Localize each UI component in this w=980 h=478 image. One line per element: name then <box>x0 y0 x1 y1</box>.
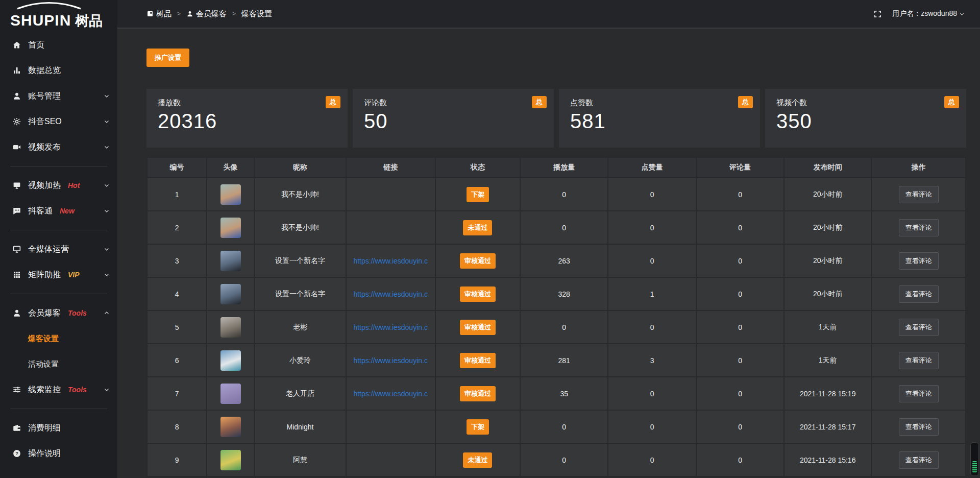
cell-likes: 0 <box>608 211 696 244</box>
breadcrumb-item[interactable]: 树品 <box>146 9 172 19</box>
sidebar-nav: 首页数据总览账号管理抖音SEO视频发布视频加热Hot抖客通New全媒体运营矩阵助… <box>0 32 117 466</box>
cell-status: 审核通过 <box>435 310 521 344</box>
cell-action: 查看评论 <box>871 244 966 277</box>
cell-avatar <box>207 410 254 443</box>
avatar <box>220 251 241 271</box>
sidebar-item-matrix-boost[interactable]: 矩阵助推VIP <box>0 262 117 288</box>
cell-comments: 0 <box>696 377 784 410</box>
chevron-down-icon <box>104 208 110 214</box>
view-comments-button[interactable]: 查看评论 <box>899 385 939 402</box>
scrollbar-thumb[interactable] <box>972 461 977 472</box>
cell-comments: 0 <box>696 178 784 211</box>
view-comments-button[interactable]: 查看评论 <box>899 352 939 369</box>
status-badge[interactable]: 下架 <box>467 419 489 435</box>
cell-action: 查看评论 <box>871 410 966 443</box>
view-comments-button[interactable]: 查看评论 <box>899 451 939 469</box>
sidebar-item-label: 线索监控 <box>28 385 61 395</box>
sidebar-item-label: 矩阵助推 <box>28 270 61 280</box>
stat-card-label: 视频个数 <box>776 98 955 108</box>
cell-time: 1天前 <box>784 310 872 344</box>
view-comments-button[interactable]: 查看评论 <box>899 219 939 236</box>
app-logo[interactable]: SHUPIN 树品 <box>0 0 117 32</box>
breadcrumb-item[interactable]: 会员爆客 <box>186 9 227 19</box>
view-comments-button[interactable]: 查看评论 <box>899 285 939 303</box>
column-header: 评论量 <box>696 157 784 178</box>
home-icon <box>12 40 21 50</box>
stat-card-2: 点赞数 581 总 <box>559 89 760 148</box>
sidebar-item-label: 全媒体运营 <box>28 244 69 255</box>
total-badge: 总 <box>944 96 959 108</box>
cell-action: 查看评论 <box>871 310 966 344</box>
fullscreen-icon[interactable] <box>873 10 882 18</box>
status-badge[interactable]: 未通过 <box>463 452 492 468</box>
topbar-right: 用户名：zswodun88 <box>873 9 965 18</box>
sidebar-item-badge: VIP <box>68 271 80 279</box>
member-icon <box>186 10 193 17</box>
video-link[interactable]: https://www.iesdouyin.c <box>353 323 428 331</box>
video-link[interactable]: https://www.iesdouyin.c <box>353 390 428 398</box>
sidebar-divider <box>10 166 107 166</box>
breadcrumb-item[interactable]: 爆客设置 <box>241 9 272 19</box>
cell-time: 2021-11-28 15:16 <box>784 443 872 476</box>
sidebar-item-operation-guide[interactable]: ?操作说明 <box>0 441 117 466</box>
cell-number: 3 <box>147 244 207 277</box>
sidebar-item-badge: Tools <box>68 309 87 317</box>
cell-comments: 0 <box>696 211 784 244</box>
cell-action: 查看评论 <box>871 344 966 377</box>
stat-card-label: 播放数 <box>158 98 336 108</box>
sidebar-item-video-publish[interactable]: 视频发布 <box>0 134 117 160</box>
cell-comments: 0 <box>696 344 784 377</box>
cell-avatar <box>207 211 254 244</box>
cell-likes: 0 <box>608 178 696 211</box>
sidebar-subitem-baoke-settings[interactable]: 爆客设置 <box>0 326 117 351</box>
avatar <box>220 450 241 470</box>
sidebar-item-douyin-seo[interactable]: 抖音SEO <box>0 109 117 134</box>
cell-plays: 263 <box>520 244 608 277</box>
view-comments-button[interactable]: 查看评论 <box>899 186 939 203</box>
status-badge[interactable]: 未通过 <box>463 220 492 235</box>
user-menu[interactable]: 用户名：zswodun88 <box>892 9 965 18</box>
avatar <box>220 384 241 404</box>
sidebar-item-home[interactable]: 首页 <box>0 32 117 58</box>
view-comments-button[interactable]: 查看评论 <box>899 252 939 270</box>
cell-link: https://www.iesdouyin.c <box>346 310 435 344</box>
cell-action <box>871 476 966 477</box>
promo-settings-button[interactable]: 推广设置 <box>146 49 189 67</box>
total-badge: 总 <box>326 96 340 108</box>
view-comments-button[interactable]: 查看评论 <box>899 319 939 336</box>
video-link[interactable]: https://www.iesdouyin.c <box>353 356 428 365</box>
view-comments-button[interactable]: 查看评论 <box>899 418 939 436</box>
sidebar-item-label: 抖客通 <box>28 206 53 217</box>
page-scrollbar[interactable] <box>970 442 979 476</box>
sidebar-item-label: 数据总览 <box>28 65 61 76</box>
status-badge[interactable]: 审核通过 <box>460 320 496 335</box>
video-link[interactable]: https://www.iesdouyin.c <box>353 290 428 298</box>
chevron-down-icon <box>959 11 965 17</box>
sidebar-item-data-overview[interactable]: 数据总览 <box>0 58 117 83</box>
cell-number: 6 <box>147 344 207 377</box>
stat-card-label: 点赞数 <box>570 98 749 108</box>
status-badge[interactable]: 审核通过 <box>460 253 496 269</box>
column-header: 链接 <box>346 157 435 178</box>
status-badge[interactable]: 审核通过 <box>460 386 496 401</box>
status-badge[interactable]: 审核通过 <box>460 353 496 368</box>
chevron-down-icon <box>104 118 110 125</box>
sidebar-item-account-management[interactable]: 账号管理 <box>0 83 117 109</box>
person-icon <box>12 308 21 318</box>
column-header: 昵称 <box>254 157 346 178</box>
sidebar-item-consumption-details[interactable]: 消费明细 <box>0 415 117 441</box>
avatar <box>220 417 241 437</box>
sidebar-item-clue-monitor[interactable]: 线索监控Tools <box>0 377 117 402</box>
status-badge[interactable]: 下架 <box>467 187 489 202</box>
sidebar-item-media-operation[interactable]: 全媒体运营 <box>0 236 117 262</box>
status-badge[interactable]: 审核通过 <box>460 286 496 302</box>
sidebar-item-label: 首页 <box>28 40 44 51</box>
sidebar-item-video-heat[interactable]: 视频加热Hot <box>0 173 117 198</box>
cell-likes: 1 <box>608 277 696 310</box>
sidebar-item-member-baoke[interactable]: 会员爆客Tools <box>0 300 117 326</box>
sidebar-item-douketong[interactable]: 抖客通New <box>0 198 117 224</box>
cell-nickname: 老人开店 <box>254 377 346 410</box>
video-link[interactable]: https://www.iesdouyin.c <box>353 257 428 265</box>
cell-status <box>435 476 521 477</box>
sidebar-subitem-activity-settings[interactable]: 活动设置 <box>0 351 117 377</box>
